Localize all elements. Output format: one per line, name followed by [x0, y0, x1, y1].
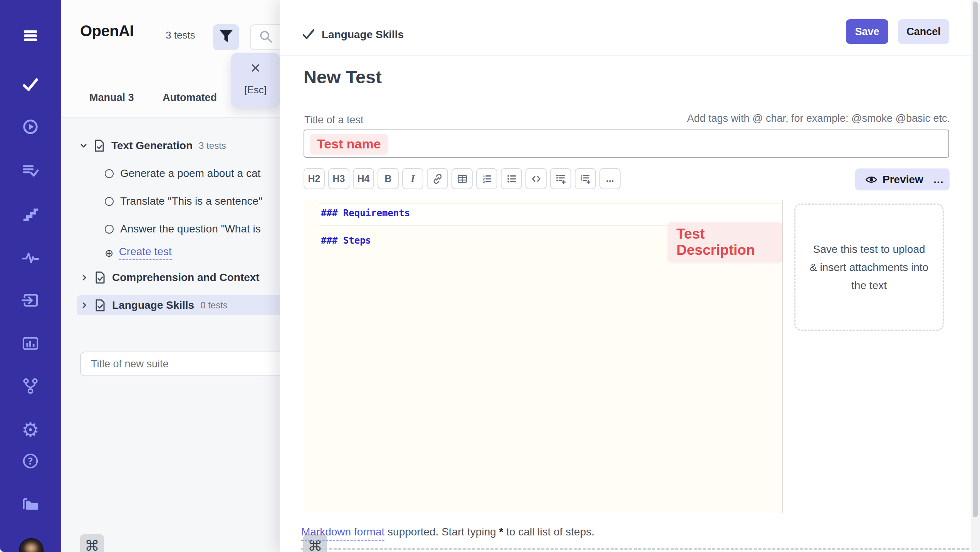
chevron-down-icon[interactable]: [79, 141, 88, 150]
esc-hint-label: [Esc]: [231, 84, 280, 96]
suite-row-text-generation[interactable]: Text Generation 3 tests: [79, 136, 280, 156]
editor-line-steps: ### Steps: [321, 235, 371, 246]
heading4-button[interactable]: H4: [353, 168, 374, 189]
command-key-icon[interactable]: ⌘: [80, 534, 104, 552]
editor-more-button[interactable]: ...: [928, 168, 950, 190]
cancel-button[interactable]: Cancel: [898, 19, 949, 44]
projects-folder-icon[interactable]: [21, 494, 40, 513]
suite-list-panel: OpenAI 3 tests × [Esc] Manual 3 Automate…: [61, 0, 280, 552]
suite-doc-icon: [94, 299, 107, 312]
suite-count: 0 tests: [200, 300, 228, 311]
reports-chart-icon[interactable]: [21, 334, 40, 353]
esc-popup: × [Esc]: [231, 53, 280, 107]
test-row[interactable]: Translate "This is a sentence": [105, 191, 280, 211]
test-status-icon: [105, 169, 114, 178]
footer-text-end: to call list of steps.: [503, 526, 594, 538]
chevron-right-icon[interactable]: [80, 273, 89, 282]
description-annotation: Test Description: [668, 222, 782, 262]
footer-star: *: [499, 526, 503, 538]
suite-label: Comprehension and Context: [112, 271, 260, 284]
test-status-icon: [105, 225, 114, 234]
test-runs-play-icon[interactable]: [21, 118, 40, 136]
checklist-icon[interactable]: [21, 162, 40, 180]
filter-button[interactable]: [213, 24, 239, 50]
suite-doc-icon: [94, 271, 107, 284]
test-title: Generate a poem about a cat: [120, 167, 260, 180]
ordered-list-button[interactable]: 123: [476, 168, 497, 189]
user-avatar[interactable]: [19, 538, 44, 552]
test-row[interactable]: Generate a poem about a cat: [105, 163, 280, 183]
main-nav-sidebar: ⚙ ?: [0, 0, 61, 552]
insert-numbered-step-list-button[interactable]: 123: [575, 168, 596, 189]
test-title-input[interactable]: [304, 130, 949, 158]
markdown-footer-note: Markdown format supported. Start typing …: [301, 526, 594, 538]
title-annotation: Test name: [310, 134, 388, 154]
italic-button[interactable]: I: [402, 168, 423, 189]
svg-text:3: 3: [580, 179, 582, 182]
insert-step-list-button[interactable]: [550, 168, 571, 189]
plus-circle-icon: ⊕: [105, 247, 114, 259]
suite-label: Text Generation: [111, 140, 193, 152]
markdown-format-link[interactable]: Markdown format: [301, 526, 384, 541]
editor-line-requirements: ### Requirements: [321, 208, 410, 219]
suite-row-comprehension[interactable]: Comprehension and Context: [80, 268, 280, 288]
tab-manual[interactable]: Manual 3: [89, 92, 134, 104]
project-title: OpenAI: [80, 22, 134, 40]
search-icon: [258, 29, 273, 45]
milestones-steps-icon[interactable]: [21, 205, 40, 223]
save-button[interactable]: Save: [846, 19, 888, 44]
page-title: New Test: [304, 66, 382, 88]
settings-gear-icon[interactable]: ⚙: [21, 421, 40, 439]
search-input[interactable]: [250, 24, 280, 50]
create-test-row[interactable]: ⊕ Create test: [105, 243, 280, 263]
heading3-button[interactable]: H3: [328, 168, 349, 189]
attachments-dropzone[interactable]: Save this test to upload & insert attach…: [794, 204, 944, 331]
tags-hint: Add tags with @ char, for example: @smok…: [687, 113, 950, 125]
test-title: Translate "This is a sentence": [120, 195, 262, 207]
integrations-branch-icon[interactable]: [21, 377, 40, 395]
suite-label: Language Skills: [112, 299, 194, 311]
help-question-icon[interactable]: ?: [21, 452, 40, 470]
footer-text: supported. Start typing: [384, 526, 499, 538]
steps-area-divider: [301, 548, 969, 550]
link-button[interactable]: [427, 168, 448, 189]
filter-funnel-icon: [218, 28, 235, 47]
create-test-link[interactable]: Create test: [119, 246, 172, 260]
breadcrumb: Language Skills: [322, 29, 404, 41]
description-editor[interactable]: ### Requirements ### Steps Test Descript…: [304, 200, 783, 513]
suite-count: 3 tests: [199, 140, 226, 151]
bullet-list-button[interactable]: [501, 168, 522, 189]
eye-icon: [865, 173, 878, 186]
test-row[interactable]: Answer the question "What is: [105, 219, 280, 239]
table-button[interactable]: [451, 168, 473, 189]
suite-doc-icon: [93, 139, 106, 152]
test-title: Answer the question "What is: [120, 223, 261, 235]
editor-toolbar: H2 H3 H4 B I 123 123: [304, 168, 621, 189]
chevron-right-icon[interactable]: [80, 301, 89, 310]
tests-check-icon[interactable]: [21, 75, 40, 94]
preview-button[interactable]: Preview: [855, 168, 933, 190]
project-tests-count: 3 tests: [166, 29, 195, 41]
svg-text:3: 3: [483, 180, 485, 183]
code-button[interactable]: [525, 168, 547, 189]
bold-button[interactable]: B: [378, 168, 399, 189]
toolbar-more-button[interactable]: ...: [599, 168, 621, 189]
svg-text:?: ?: [28, 456, 33, 467]
activity-pulse-icon[interactable]: [21, 248, 40, 266]
suite-row-language-skills-selected[interactable]: Language Skills 0 tests: [77, 295, 280, 315]
app-root: ⚙ ? OpenAI 3 tests × [Esc] Manual 3 Au: [0, 0, 980, 552]
command-key-glyph: ⌘: [85, 537, 99, 552]
new-suite-title-input[interactable]: [80, 352, 280, 376]
heading2-button[interactable]: H2: [304, 168, 325, 189]
page-scrollbar-thumb[interactable]: [973, 2, 978, 517]
close-icon[interactable]: ×: [231, 59, 280, 76]
breadcrumb-check-icon: [302, 28, 315, 42]
tab-automated[interactable]: Automated: [163, 92, 217, 104]
preview-label: Preview: [883, 173, 923, 186]
new-test-overlay: Language Skills Save Cancel New Test Tit…: [280, 0, 980, 552]
title-field-label: Title of a test: [304, 114, 364, 126]
import-icon[interactable]: [21, 291, 40, 310]
test-status-icon: [105, 197, 114, 206]
menu-icon[interactable]: [21, 26, 40, 45]
attachments-hint: Save this test to upload & insert attach…: [809, 240, 929, 295]
